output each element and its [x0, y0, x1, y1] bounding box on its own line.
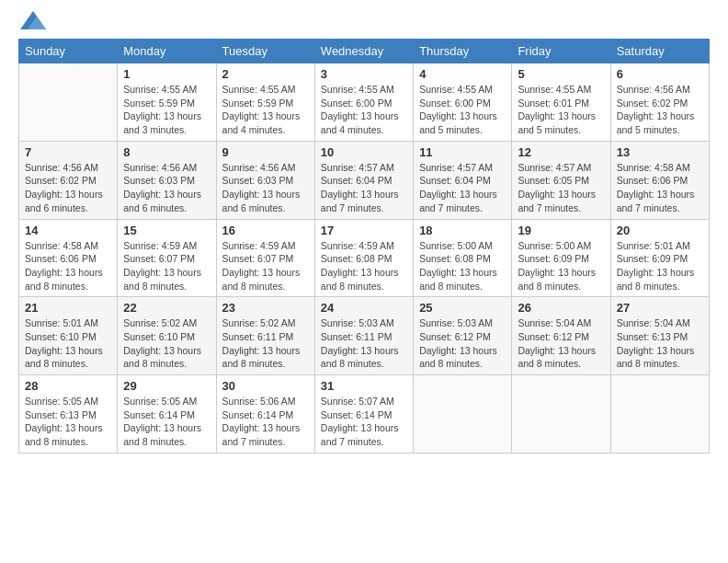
day-number: 6 — [617, 67, 703, 81]
weekday-header: Thursday — [414, 40, 512, 63]
page-header — [18, 18, 710, 29]
day-info: Sunrise: 5:03 AM Sunset: 6:11 PM Dayligh… — [321, 316, 407, 371]
day-number: 26 — [518, 301, 604, 315]
day-info: Sunrise: 5:01 AM Sunset: 6:09 PM Dayligh… — [617, 239, 703, 293]
calendar-cell: 8Sunrise: 4:56 AM Sunset: 6:03 PM Daylig… — [118, 141, 216, 219]
calendar-cell: 30Sunrise: 5:06 AM Sunset: 6:14 PM Dayli… — [216, 375, 314, 454]
day-number: 14 — [25, 224, 111, 237]
weekday-header: Wednesday — [314, 40, 413, 63]
day-info: Sunrise: 4:59 AM Sunset: 6:08 PM Dayligh… — [321, 239, 407, 293]
day-number: 24 — [321, 301, 407, 315]
day-number: 31 — [321, 379, 407, 393]
day-info: Sunrise: 4:56 AM Sunset: 6:03 PM Dayligh… — [222, 161, 309, 215]
day-info: Sunrise: 4:55 AM Sunset: 5:59 PM Dayligh… — [222, 83, 309, 137]
calendar-row: 14Sunrise: 4:58 AM Sunset: 6:06 PM Dayli… — [19, 219, 710, 297]
day-number: 3 — [321, 67, 407, 81]
calendar-cell: 25Sunrise: 5:03 AM Sunset: 6:12 PM Dayli… — [414, 297, 512, 375]
calendar-cell: 5Sunrise: 4:55 AM Sunset: 6:01 PM Daylig… — [512, 63, 610, 142]
calendar-cell — [414, 375, 512, 454]
day-number: 30 — [222, 379, 309, 393]
calendar-cell: 31Sunrise: 5:07 AM Sunset: 6:14 PM Dayli… — [314, 375, 413, 454]
day-number: 15 — [123, 224, 210, 237]
calendar-cell: 6Sunrise: 4:56 AM Sunset: 6:02 PM Daylig… — [610, 63, 709, 142]
day-number: 1 — [123, 67, 210, 81]
day-info: Sunrise: 4:59 AM Sunset: 6:07 PM Dayligh… — [123, 239, 210, 293]
day-number: 16 — [222, 224, 309, 237]
calendar-cell: 15Sunrise: 4:59 AM Sunset: 6:07 PM Dayli… — [118, 219, 216, 297]
day-number: 25 — [419, 301, 506, 315]
day-number: 10 — [321, 145, 407, 159]
calendar-cell: 4Sunrise: 4:55 AM Sunset: 6:00 PM Daylig… — [414, 63, 512, 142]
day-number: 5 — [518, 67, 604, 81]
day-number: 2 — [222, 67, 309, 81]
day-number: 28 — [25, 379, 111, 393]
day-number: 22 — [123, 301, 210, 315]
calendar-cell: 23Sunrise: 5:02 AM Sunset: 6:11 PM Dayli… — [216, 297, 314, 375]
calendar-cell: 22Sunrise: 5:02 AM Sunset: 6:10 PM Dayli… — [118, 297, 216, 375]
day-info: Sunrise: 5:02 AM Sunset: 6:11 PM Dayligh… — [222, 316, 309, 371]
calendar-cell: 16Sunrise: 4:59 AM Sunset: 6:07 PM Dayli… — [216, 219, 314, 297]
calendar-cell: 10Sunrise: 4:57 AM Sunset: 6:04 PM Dayli… — [314, 141, 413, 219]
calendar-cell: 13Sunrise: 4:58 AM Sunset: 6:06 PM Dayli… — [610, 141, 709, 219]
calendar-row: 28Sunrise: 5:05 AM Sunset: 6:13 PM Dayli… — [19, 375, 710, 454]
logo-icon — [20, 11, 46, 29]
calendar-cell — [19, 63, 118, 142]
day-info: Sunrise: 5:04 AM Sunset: 6:12 PM Dayligh… — [518, 316, 604, 371]
day-info: Sunrise: 4:57 AM Sunset: 6:05 PM Dayligh… — [518, 161, 604, 215]
calendar-cell: 28Sunrise: 5:05 AM Sunset: 6:13 PM Dayli… — [19, 375, 118, 454]
day-number: 19 — [518, 224, 604, 237]
logo — [18, 18, 46, 29]
calendar: SundayMondayTuesdayWednesdayThursdayFrid… — [18, 39, 710, 454]
day-info: Sunrise: 4:58 AM Sunset: 6:06 PM Dayligh… — [25, 239, 111, 293]
day-number: 9 — [222, 145, 309, 159]
day-number: 13 — [617, 145, 703, 159]
day-info: Sunrise: 5:03 AM Sunset: 6:12 PM Dayligh… — [419, 316, 506, 371]
calendar-cell: 24Sunrise: 5:03 AM Sunset: 6:11 PM Dayli… — [314, 297, 413, 375]
calendar-cell: 27Sunrise: 5:04 AM Sunset: 6:13 PM Dayli… — [610, 297, 709, 375]
day-info: Sunrise: 4:56 AM Sunset: 6:02 PM Dayligh… — [617, 83, 703, 137]
day-info: Sunrise: 5:04 AM Sunset: 6:13 PM Dayligh… — [617, 316, 703, 371]
calendar-cell: 11Sunrise: 4:57 AM Sunset: 6:04 PM Dayli… — [414, 141, 512, 219]
day-number: 12 — [518, 145, 604, 159]
calendar-cell: 20Sunrise: 5:01 AM Sunset: 6:09 PM Dayli… — [610, 219, 709, 297]
calendar-cell: 19Sunrise: 5:00 AM Sunset: 6:09 PM Dayli… — [512, 219, 610, 297]
day-info: Sunrise: 5:06 AM Sunset: 6:14 PM Dayligh… — [222, 395, 309, 449]
day-info: Sunrise: 4:55 AM Sunset: 6:01 PM Dayligh… — [518, 83, 604, 137]
calendar-cell: 29Sunrise: 5:05 AM Sunset: 6:14 PM Dayli… — [118, 375, 216, 454]
weekday-header: Friday — [512, 40, 610, 63]
day-info: Sunrise: 5:00 AM Sunset: 6:09 PM Dayligh… — [518, 239, 604, 293]
day-number: 18 — [419, 224, 506, 237]
day-info: Sunrise: 4:55 AM Sunset: 6:00 PM Dayligh… — [321, 83, 407, 137]
day-number: 21 — [25, 301, 111, 315]
calendar-cell: 18Sunrise: 5:00 AM Sunset: 6:08 PM Dayli… — [414, 219, 512, 297]
day-number: 4 — [419, 67, 506, 81]
calendar-header-row: SundayMondayTuesdayWednesdayThursdayFrid… — [19, 40, 710, 63]
calendar-cell: 3Sunrise: 4:55 AM Sunset: 6:00 PM Daylig… — [314, 63, 413, 142]
calendar-cell — [512, 375, 610, 454]
day-number: 20 — [617, 224, 703, 237]
day-number: 29 — [123, 379, 210, 393]
calendar-cell: 12Sunrise: 4:57 AM Sunset: 6:05 PM Dayli… — [512, 141, 610, 219]
day-info: Sunrise: 5:02 AM Sunset: 6:10 PM Dayligh… — [123, 316, 210, 371]
day-info: Sunrise: 5:05 AM Sunset: 6:14 PM Dayligh… — [123, 395, 210, 449]
day-info: Sunrise: 4:56 AM Sunset: 6:02 PM Dayligh… — [25, 161, 111, 215]
calendar-row: 1Sunrise: 4:55 AM Sunset: 5:59 PM Daylig… — [19, 63, 710, 142]
day-number: 27 — [617, 301, 703, 315]
calendar-cell — [610, 375, 709, 454]
day-info: Sunrise: 4:55 AM Sunset: 6:00 PM Dayligh… — [419, 83, 506, 137]
calendar-cell: 7Sunrise: 4:56 AM Sunset: 6:02 PM Daylig… — [19, 141, 118, 219]
calendar-cell: 26Sunrise: 5:04 AM Sunset: 6:12 PM Dayli… — [512, 297, 610, 375]
calendar-cell: 14Sunrise: 4:58 AM Sunset: 6:06 PM Dayli… — [19, 219, 118, 297]
day-info: Sunrise: 4:58 AM Sunset: 6:06 PM Dayligh… — [617, 161, 703, 215]
day-info: Sunrise: 4:59 AM Sunset: 6:07 PM Dayligh… — [222, 239, 309, 293]
day-info: Sunrise: 4:55 AM Sunset: 5:59 PM Dayligh… — [123, 83, 210, 137]
calendar-row: 7Sunrise: 4:56 AM Sunset: 6:02 PM Daylig… — [19, 141, 710, 219]
weekday-header: Saturday — [610, 40, 709, 63]
calendar-cell: 17Sunrise: 4:59 AM Sunset: 6:08 PM Dayli… — [314, 219, 413, 297]
day-info: Sunrise: 4:57 AM Sunset: 6:04 PM Dayligh… — [419, 161, 506, 215]
day-number: 17 — [321, 224, 407, 237]
day-info: Sunrise: 5:07 AM Sunset: 6:14 PM Dayligh… — [321, 395, 407, 449]
calendar-cell: 1Sunrise: 4:55 AM Sunset: 5:59 PM Daylig… — [118, 63, 216, 142]
weekday-header: Sunday — [19, 40, 118, 63]
weekday-header: Monday — [118, 40, 216, 63]
